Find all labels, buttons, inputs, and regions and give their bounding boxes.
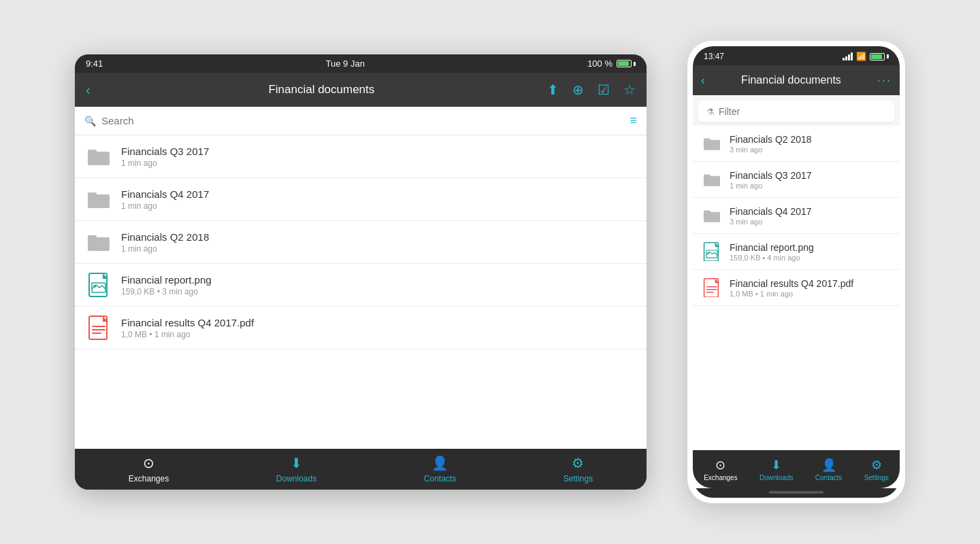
svg-rect-10 xyxy=(92,326,105,327)
nav-actions: ⬆ ⊕ ☑ ☆ xyxy=(547,82,636,98)
phone-more-button[interactable]: ··· xyxy=(877,73,892,88)
downloads-icon: ⬇ xyxy=(291,455,302,471)
tablet-status-right: 100 % xyxy=(587,58,636,69)
svg-point-21 xyxy=(708,252,710,254)
file-meta: 1,0 MB • 1 min ago xyxy=(121,330,636,339)
file-info: Financials Q3 2017 1 min ago xyxy=(121,146,636,168)
svg-rect-16 xyxy=(704,175,710,178)
phone-tab-label: Downloads xyxy=(760,474,793,481)
phone-file-list: Financials Q2 2018 3 min ago Financials … xyxy=(693,126,900,450)
svg-rect-11 xyxy=(92,329,105,330)
tablet-time: 9:41 xyxy=(86,58,103,69)
folder-icon xyxy=(701,169,723,190)
table-row[interactable]: Financials Q3 2017 1 min ago xyxy=(75,135,647,178)
file-info: Financial report.png 159,0 KB • 4 min ag… xyxy=(730,242,892,262)
table-row[interactable]: Financial report.png 159,0 KB • 3 min ag… xyxy=(75,264,647,307)
file-meta: 1 min ago xyxy=(730,182,892,190)
bottom-tab-label: Downloads xyxy=(276,474,316,483)
bottom-tab-label: Exchanges xyxy=(129,474,169,483)
bottom-tab-label: Settings xyxy=(564,474,593,483)
table-row[interactable]: Financials Q2 2018 1 min ago xyxy=(75,221,647,264)
file-name: Financials Q3 2017 xyxy=(121,146,636,157)
file-info: Financials Q3 2017 1 min ago xyxy=(730,170,892,190)
file-info: Financials Q2 2018 3 min ago xyxy=(730,134,892,154)
phone-status-bar: 13:47 📶 xyxy=(693,46,900,65)
folder-icon xyxy=(86,186,112,212)
nav-title: Financial documents xyxy=(96,83,547,97)
settings-icon: ⚙ xyxy=(572,455,584,471)
phone-tab-exchanges[interactable]: ⊙ Exchanges xyxy=(704,458,737,481)
downloads-icon: ⬇ xyxy=(771,458,781,473)
phone-time: 13:47 xyxy=(704,52,724,61)
signal-icon xyxy=(843,52,853,61)
tablet-nav-bar: ‹ Financial documents ⬆ ⊕ ☑ ☆ xyxy=(75,73,647,107)
phone-device: 13:47 📶 xyxy=(687,41,905,503)
battery-percent: 100 % xyxy=(587,58,612,69)
bottom-tab-exchanges[interactable]: ⊙ Exchanges xyxy=(129,455,169,483)
upload-icon[interactable]: ⬆ xyxy=(547,82,559,98)
svg-point-8 xyxy=(93,285,96,288)
phone-tab-label: Contacts xyxy=(815,474,842,481)
phone-tab-downloads[interactable]: ⬇ Downloads xyxy=(760,458,793,481)
file-name: Financials Q4 2017 xyxy=(121,188,636,200)
folder-icon xyxy=(701,205,723,226)
bottom-tab-settings[interactable]: ⚙ Settings xyxy=(564,455,593,483)
battery-icon xyxy=(617,60,636,67)
file-info: Financial report.png 159,0 KB • 3 min ag… xyxy=(121,274,636,296)
file-meta: 3 min ago xyxy=(730,218,892,226)
svg-rect-3 xyxy=(88,192,97,197)
svg-rect-1 xyxy=(88,150,97,154)
list-item[interactable]: Financial report.png 159,0 KB • 4 min ag… xyxy=(693,234,900,270)
phone-battery-icon xyxy=(870,53,889,61)
file-info: Financials Q4 2017 3 min ago xyxy=(730,206,892,226)
add-icon[interactable]: ⊕ xyxy=(572,82,584,98)
file-meta: 1 min ago xyxy=(121,201,636,211)
file-name: Financials Q4 2017 xyxy=(730,206,892,217)
svg-rect-23 xyxy=(706,286,717,288)
tablet-device: 9:41 Tue 9 Jan 100 % ‹ Financial documen… xyxy=(75,54,647,490)
home-indicator xyxy=(693,488,900,498)
check-icon[interactable]: ☑ xyxy=(598,82,610,98)
phone-nav-title: Financial documents xyxy=(705,74,877,86)
table-row[interactable]: Financial results Q4 2017.pdf 1,0 MB • 1… xyxy=(75,307,647,350)
filter-bar: ⚗ xyxy=(698,101,894,123)
folder-icon xyxy=(86,229,112,255)
file-name: Financials Q3 2017 xyxy=(730,170,892,181)
star-icon[interactable]: ☆ xyxy=(623,82,636,98)
file-name: Financial results Q4 2017.pdf xyxy=(730,278,892,289)
phone-tab-settings[interactable]: ⚙ Settings xyxy=(864,458,889,481)
phone-tab-label: Exchanges xyxy=(704,474,737,481)
file-info: Financial results Q4 2017.pdf 1,0 MB • 1… xyxy=(730,278,892,298)
tablet-day: Tue 9 Jan xyxy=(326,58,365,69)
search-icon: 🔍 xyxy=(84,116,96,126)
file-info: Financials Q4 2017 1 min ago xyxy=(121,188,636,211)
phone-tab-contacts[interactable]: 👤 Contacts xyxy=(815,458,842,481)
file-meta: 1,0 MB • 1 min ago xyxy=(730,290,892,298)
table-row[interactable]: Financials Q4 2017 1 min ago xyxy=(75,178,647,221)
contacts-icon: 👤 xyxy=(431,455,448,471)
back-button[interactable]: ‹ xyxy=(86,82,91,98)
svg-rect-5 xyxy=(88,235,97,239)
list-item[interactable]: Financials Q2 2018 3 min ago xyxy=(693,126,900,162)
svg-rect-24 xyxy=(706,289,717,290)
filter-input[interactable] xyxy=(719,106,838,117)
svg-rect-12 xyxy=(92,333,101,334)
file-name: Financials Q2 2018 xyxy=(730,134,892,145)
bottom-tab-contacts[interactable]: 👤 Contacts xyxy=(424,455,456,483)
list-item[interactable]: Financials Q3 2017 1 min ago xyxy=(693,162,900,198)
phone-nav-bar: ‹ Financial documents ··· xyxy=(693,65,900,95)
tablet-content: 🔍 ≡ Financials Q3 2017 1 min ago Financi… xyxy=(75,107,647,449)
exchanges-icon: ⊙ xyxy=(143,455,154,471)
file-name: Financial results Q4 2017.pdf xyxy=(121,317,636,328)
search-input[interactable] xyxy=(101,115,630,126)
list-item[interactable]: Financials Q4 2017 3 min ago xyxy=(693,198,900,234)
list-item[interactable]: Financial results Q4 2017.pdf 1,0 MB • 1… xyxy=(693,270,900,306)
phone-tab-label: Settings xyxy=(864,474,889,481)
pdf-icon xyxy=(701,277,723,299)
file-name: Financial report.png xyxy=(730,242,892,253)
pdf-icon xyxy=(86,315,112,341)
file-meta: 159,0 KB • 3 min ago xyxy=(121,287,636,296)
settings-icon: ⚙ xyxy=(871,458,882,473)
list-view-icon[interactable]: ≡ xyxy=(630,114,637,128)
bottom-tab-downloads[interactable]: ⬇ Downloads xyxy=(276,455,316,483)
